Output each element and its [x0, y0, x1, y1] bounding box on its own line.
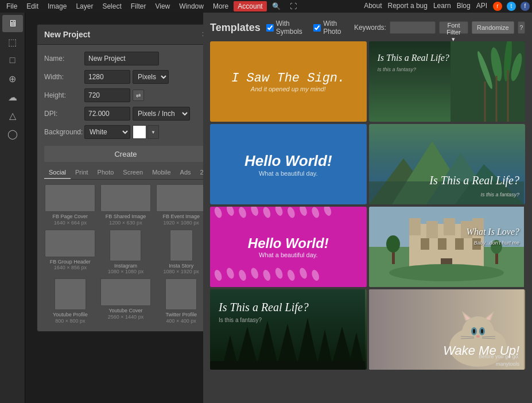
name-row: Name:: [44, 52, 207, 65]
menu-view[interactable]: View: [151, 1, 174, 11]
card-8-logo: manytools: [496, 361, 519, 367]
tab-screen[interactable]: Screen: [118, 166, 147, 179]
card-4-title: Is This a Real Life?: [429, 174, 519, 187]
menu-image[interactable]: Image: [44, 1, 71, 11]
menu-more[interactable]: More: [209, 1, 232, 11]
facebook-icon[interactable]: f: [521, 2, 530, 11]
toolbar-cursor-icon[interactable]: ⬚: [2, 33, 23, 51]
svg-rect-38: [426, 221, 438, 238]
tab-social[interactable]: Social: [44, 166, 71, 179]
menu-file[interactable]: File: [2, 1, 21, 11]
report-bug-link[interactable]: Report a bug: [388, 2, 428, 11]
social-icons: r t f: [493, 2, 530, 11]
template-card-5[interactable]: Hello World! What a beautiful day.: [210, 207, 367, 287]
menu-layer[interactable]: Layer: [72, 1, 97, 11]
about-link[interactable]: About: [364, 2, 382, 11]
templates-panel: Templates With Symbols With Photo Keywor…: [203, 13, 532, 403]
template-youtube-profile[interactable]: Youtube Profile800 × 800 px: [44, 278, 96, 324]
with-symbols-checkbox-label[interactable]: With Symbols: [266, 20, 308, 36]
template-fb-group-header[interactable]: FB Group Header1640 × 856 px: [44, 230, 96, 276]
card-1-subtitle: And it opened up my mind!: [251, 86, 326, 92]
template-insta-story[interactable]: Insta Story1080 × 1920 px: [155, 230, 207, 276]
menu-search-icon[interactable]: 🔍: [268, 1, 285, 11]
dialog-title: New Project: [44, 30, 90, 39]
name-label: Name:: [44, 55, 84, 63]
template-fb-event-image[interactable]: FB Event Image1920 × 1080 px: [155, 184, 207, 226]
card-2-title: Is This a Real Life?: [378, 53, 449, 63]
height-input[interactable]: [84, 88, 130, 102]
template-card-4[interactable]: Is This a Real Life? Is this a fantasy?: [369, 124, 526, 204]
toolbar-circle-icon[interactable]: ◯: [2, 125, 23, 142]
templates-grid: I Saw The Sign. And it opened up my mind…: [210, 41, 525, 370]
dpi-unit-select[interactable]: Pixels / Inch: [133, 107, 190, 121]
tab-ads[interactable]: Ads: [176, 166, 196, 179]
tab-print[interactable]: Print: [71, 166, 93, 179]
template-card-7[interactable]: Is This a Real Life? Is this a fantasy?: [210, 289, 367, 370]
tab-mobile[interactable]: Mobile: [147, 166, 175, 179]
width-input[interactable]: [84, 70, 130, 84]
template-card-3[interactable]: Hello World! What a beautiful day.: [210, 124, 367, 204]
toolbar-layers-icon[interactable]: ⊕: [2, 70, 23, 87]
toolbar-shape-icon[interactable]: □: [2, 52, 23, 69]
randomize-button[interactable]: Randomize: [472, 21, 514, 34]
dpi-input[interactable]: [84, 107, 130, 121]
card-8-subtitle: Before you go go.: [479, 354, 519, 359]
font-filter-button[interactable]: Font Filter ▾: [439, 21, 468, 34]
main-content: New Project × Name: Width: Pixels: [25, 13, 532, 403]
dialog-body: Name: Width: Pixels Height: ⇄: [37, 45, 214, 331]
swap-dimensions-button[interactable]: ⇄: [133, 90, 144, 101]
templates-header: Templates With Symbols With Photo Keywor…: [210, 20, 525, 36]
with-photo-checkbox-label[interactable]: With Photo: [313, 20, 348, 36]
width-label: Width:: [44, 73, 84, 81]
menu-edit[interactable]: Edit: [22, 1, 42, 11]
template-instagram[interactable]: Instagram1080 × 1080 px: [100, 230, 152, 276]
learn-link[interactable]: Learn: [433, 2, 451, 11]
name-input[interactable]: [84, 52, 159, 65]
toolbar-display-icon[interactable]: 🖥: [2, 15, 23, 32]
with-symbols-checkbox[interactable]: [266, 24, 274, 32]
background-dropdown-arrow[interactable]: ▼: [147, 125, 159, 139]
template-card-6[interactable]: What Is Love? Baby...don't hurt me: [369, 207, 526, 287]
api-link[interactable]: API: [476, 2, 487, 11]
twitter-icon[interactable]: t: [507, 2, 516, 11]
help-button[interactable]: ?: [518, 21, 525, 34]
template-card-8[interactable]: Wake Me Up! manytools Before you go go.: [369, 289, 526, 370]
template-fb-shared-image[interactable]: FB Shared Image1200 × 630 px: [100, 184, 152, 226]
template-youtube-cover[interactable]: Youtube Cover2560 × 1440 px: [100, 278, 152, 324]
keywords-section: Keywords: Font Filter ▾ Randomize ?: [354, 21, 525, 34]
tab-photo[interactable]: Photo: [93, 166, 119, 179]
template-twitter-profile[interactable]: Twitter Profile400 × 400 px: [155, 278, 207, 324]
keywords-input[interactable]: [390, 21, 436, 34]
menu-fullscreen-icon[interactable]: ⛶: [286, 1, 301, 11]
height-row: Height: ⇄: [44, 88, 207, 102]
template-card-1[interactable]: I Saw The Sign. And it opened up my mind…: [210, 41, 367, 122]
toolbar-cloud-icon[interactable]: ☁: [2, 88, 23, 106]
card-7-subtitle: Is this a fantasy?: [219, 317, 262, 323]
svg-point-49: [386, 235, 400, 253]
menu-bar-left: File Edit Image Layer Select Filter View…: [2, 1, 301, 11]
svg-rect-43: [438, 238, 446, 250]
toolbar-triangle-icon[interactable]: △: [2, 107, 23, 124]
svg-point-47: [389, 264, 504, 281]
new-project-dialog: New Project × Name: Width: Pixels: [37, 24, 215, 332]
card-6-title: What Is Love?: [467, 227, 519, 237]
template-tabs: Social Print Photo Screen Mobile Ads 2N: [44, 166, 207, 180]
template-card-2[interactable]: Is This a Real Life? Is this a fantasy?: [369, 41, 526, 122]
menu-filter[interactable]: Filter: [127, 1, 150, 11]
background-color-swatch[interactable]: [133, 125, 146, 139]
menu-bar-right: About Report a bug Learn Blog API r t f: [364, 2, 530, 11]
height-label: Height:: [44, 91, 84, 99]
create-button[interactable]: Create: [44, 146, 207, 162]
dpi-label: DPI:: [44, 110, 84, 118]
background-select[interactable]: White: [84, 125, 130, 139]
menu-select[interactable]: Select: [98, 1, 125, 11]
menu-window[interactable]: Window: [175, 1, 208, 11]
card-2-subtitle: Is this a fantasy?: [378, 67, 417, 72]
width-unit-select[interactable]: Pixels: [133, 70, 169, 84]
with-photo-checkbox[interactable]: [313, 24, 321, 32]
blog-link[interactable]: Blog: [457, 2, 471, 11]
card-6-subtitle: Baby...don't hurt me: [473, 240, 519, 246]
template-fb-page-cover[interactable]: FB Page Cover1640 × 664 px: [44, 184, 96, 226]
reddit-icon[interactable]: r: [493, 2, 502, 11]
menu-account[interactable]: Account: [234, 1, 266, 11]
